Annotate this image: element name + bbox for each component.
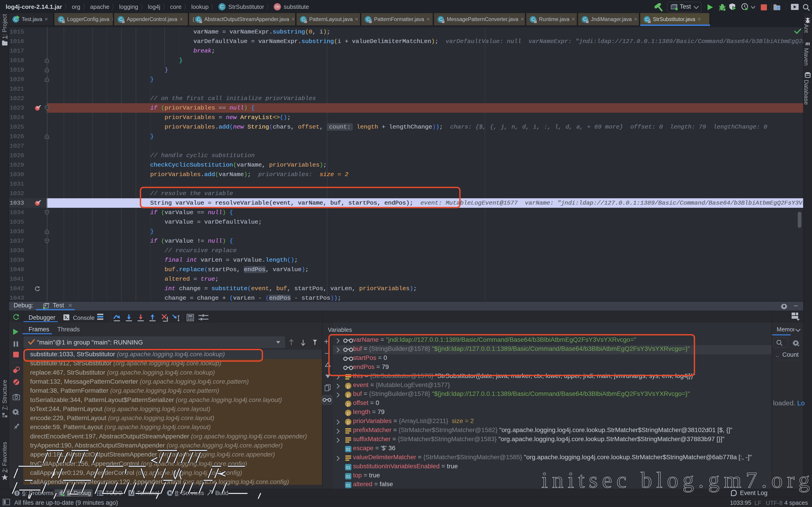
svg-text:m: m <box>805 41 810 46</box>
svg-text:01: 01 <box>346 474 351 479</box>
svg-text:01: 01 <box>346 465 351 470</box>
svg-text:p: p <box>347 410 350 416</box>
svg-text:p: p <box>347 401 350 407</box>
svg-text:p: p <box>347 383 350 389</box>
svg-text:01: 01 <box>346 483 351 488</box>
svg-text:p: p <box>347 419 350 425</box>
svg-text:p: p <box>347 392 350 398</box>
svg-text:01: 01 <box>346 447 351 452</box>
